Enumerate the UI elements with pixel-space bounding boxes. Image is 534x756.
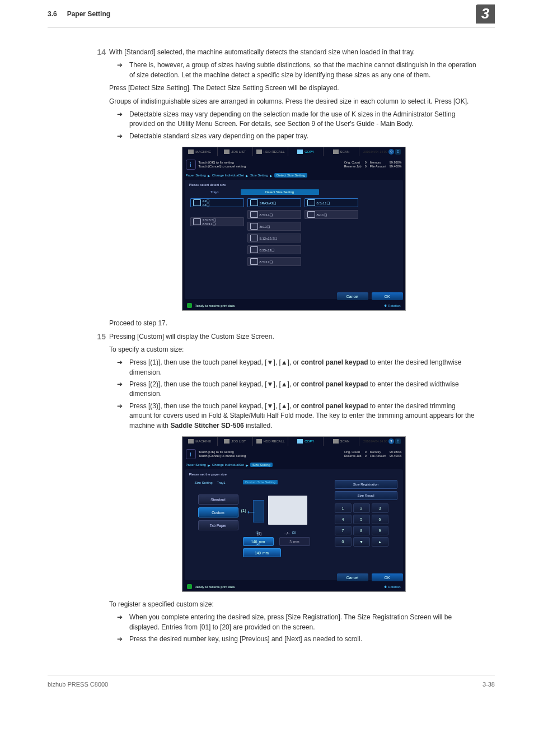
tab-joblist: JOB LIST bbox=[218, 437, 253, 446]
size-a3a4: A3❏ A4❏ bbox=[190, 198, 244, 207]
crumb-size-setting: Size Setting bbox=[250, 463, 273, 467]
hdd-icon bbox=[256, 439, 262, 444]
paper-icon bbox=[193, 218, 201, 225]
col-header-detect: Detect Size Setting bbox=[241, 189, 319, 195]
status-bar: Ready to receive print data ✱ Rotation bbox=[182, 582, 405, 591]
paper-icon bbox=[250, 258, 258, 265]
step-14-text: With [Standard] selected, the machine au… bbox=[109, 48, 478, 57]
step14-para2: Groups of indistinguishable sizes are ar… bbox=[109, 97, 478, 106]
info-text: Touch [OK] to fix settingTouch [Cancel] … bbox=[199, 161, 246, 169]
breadcrumb: Paper Setting▶ Change IndividualSet▶ Siz… bbox=[182, 173, 405, 180]
copy-icon bbox=[297, 439, 303, 444]
keypad-9: 9 bbox=[372, 526, 388, 535]
size-812x133: 8.12x13.3❏ bbox=[247, 234, 301, 242]
keypad-0: 0 bbox=[335, 537, 352, 547]
tab-machine: MACHINE bbox=[182, 437, 218, 446]
step15-bullet1: Press [(1)], then use the touch panel ke… bbox=[129, 358, 478, 377]
info-icon: i bbox=[186, 160, 196, 170]
step-number-14: 14 bbox=[90, 48, 106, 57]
header-title: Paper Setting bbox=[67, 10, 110, 18]
arrow-left-icon: ⟵ bbox=[247, 509, 255, 515]
paper-icon bbox=[250, 211, 258, 218]
header-section: 3.6 bbox=[48, 10, 57, 18]
tab-machine: MACHINE bbox=[182, 147, 218, 156]
size-85x11: 8.5x11❏ bbox=[305, 198, 358, 207]
custom-size-panel: Custom Size Setting (1) ⟵ (2) --/-- (1)1… bbox=[243, 481, 310, 557]
paper-icon bbox=[193, 199, 201, 206]
input-2: (2)140 mm bbox=[243, 548, 281, 557]
size-85x14: 8.5x14❏ bbox=[247, 210, 301, 219]
col-header-tray1: Tray1 bbox=[187, 189, 243, 195]
step14-bullet1: There is, however, a group of sizes havi… bbox=[129, 60, 478, 80]
logout-icon: ↥ bbox=[395, 149, 401, 155]
bullet-arrow-icon: ➔ bbox=[117, 402, 125, 431]
step14-bullet3: Detectable standard sizes vary depending… bbox=[129, 132, 308, 141]
ok-button: OK bbox=[372, 573, 403, 581]
rotation-indicator: ✱ Rotation bbox=[384, 585, 400, 589]
size-column-3: 8.5x11❏ 8x11❏ bbox=[305, 198, 358, 266]
panel-title: Please set the paper size bbox=[187, 472, 401, 479]
size-85x13: 8.5x13❏ bbox=[247, 257, 301, 266]
step15-bullet3: Press [(3)], then use the touch panel ke… bbox=[129, 402, 478, 431]
paper-icon bbox=[250, 199, 258, 206]
info-icon: i bbox=[186, 449, 196, 459]
size-75x85: 7.5x8.5❏ 8.5x11❏ bbox=[190, 217, 244, 226]
step15-bullet2: Press [(2)], then use the touch panel ke… bbox=[129, 380, 478, 399]
size-recall-button: Size Recall bbox=[335, 491, 397, 500]
cancel-button: Cancel bbox=[337, 292, 368, 300]
keypad-2: 2 bbox=[353, 503, 370, 513]
size-registration-button: Size Registration bbox=[335, 480, 397, 489]
footer-left: bizhub PRESS C8000 bbox=[48, 681, 108, 688]
keypad-7: 7 bbox=[335, 526, 352, 535]
bullet-arrow-icon: ➔ bbox=[117, 634, 125, 644]
bullet-arrow-icon: ➔ bbox=[117, 60, 125, 80]
custom-size-header: Custom Size Setting bbox=[243, 480, 278, 484]
datetime: 2010/04/04 14:00?↥ bbox=[359, 147, 405, 156]
keypad-panel: Size Registration Size Recall 1 2 3 4 5 … bbox=[335, 480, 397, 557]
tab-scan: SCAN bbox=[324, 437, 359, 446]
status-bar: Ready to receive print data ✱ Rotation bbox=[182, 301, 405, 310]
size-column-2: SRA3/A3❏ 8.5x14❏ 8x13❏ 8.12x13.3❏ 8.25x1… bbox=[247, 198, 301, 266]
size-825x13: 8.25x13❏ bbox=[247, 245, 301, 254]
keypad-1: 1 bbox=[335, 503, 352, 513]
keypad-6: 6 bbox=[372, 515, 388, 524]
rotation-indicator: ✱ Rotation bbox=[384, 304, 400, 307]
size-column-1: A3❏ A4❏ 7.5x8.5❏ 8.5x11❏ bbox=[190, 198, 244, 266]
copy-icon bbox=[297, 150, 303, 154]
scan-icon bbox=[333, 150, 339, 154]
tab-scan: SCAN bbox=[324, 147, 359, 156]
bullet-arrow-icon: ➔ bbox=[117, 358, 125, 377]
info-text: Touch [OK] to fix settingTouch [Cancel] … bbox=[199, 450, 246, 458]
cancel-button: Cancel bbox=[337, 573, 368, 581]
chapter-badge: 3 bbox=[476, 4, 495, 24]
panel-title: Please select detect size bbox=[187, 182, 401, 189]
keypad-down: ▼ bbox=[353, 537, 370, 547]
label-dash: --/-- bbox=[284, 531, 290, 535]
paper-icon bbox=[307, 211, 315, 218]
tab-hddrecall: HDD RECALL bbox=[253, 147, 288, 156]
size-8x13: 8x13❏ bbox=[247, 222, 301, 231]
step15-para-register: To register a specified custom size: bbox=[109, 600, 478, 609]
mem-stats: Orig. Count0Memory99.980% Reserve Job0Fi… bbox=[344, 450, 402, 458]
proceed-17: Proceed to step 17. bbox=[109, 319, 478, 328]
keypad-3: 3 bbox=[372, 503, 388, 513]
help-icon: ? bbox=[388, 438, 394, 444]
datetime: 2010/04/04 14:00?↥ bbox=[359, 437, 405, 446]
paper-icon bbox=[307, 199, 315, 206]
keypad-5: 5 bbox=[353, 515, 370, 524]
step15-para1: To specify a custom size: bbox=[109, 345, 478, 354]
machine-icon bbox=[188, 150, 194, 154]
size-type-sidebar: Size SettingTray1 Standard Custom Tab Pa… bbox=[190, 481, 238, 557]
step14-para1: Press [Detect Size Setting]. The Detect … bbox=[109, 83, 478, 93]
footer-right: 3-38 bbox=[483, 681, 495, 688]
tab-paper-button: Tab Paper bbox=[198, 520, 238, 530]
printer-icon bbox=[187, 303, 192, 308]
joblist-icon bbox=[224, 439, 229, 444]
crumb-detect-size: Detect Size Setting bbox=[274, 173, 307, 178]
size-sra3: SRA3/A3❏ bbox=[247, 198, 301, 207]
paper-rect-small bbox=[253, 500, 264, 522]
paper-icon bbox=[250, 235, 258, 241]
input-trim: (3)3 mm bbox=[279, 537, 310, 546]
tab-hddrecall: HDD RECALL bbox=[253, 437, 288, 446]
custom-button: Custom bbox=[198, 507, 238, 517]
